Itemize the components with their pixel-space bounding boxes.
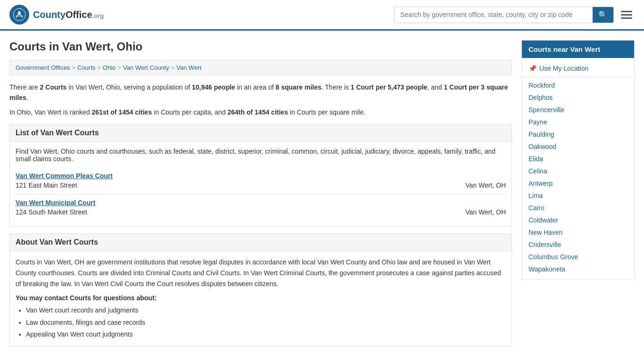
breadcrumb-sep-2: > — [97, 64, 101, 71]
contact-heading: You may contact Courts for questions abo… — [16, 294, 506, 302]
main-content: Courts in Van Wert, Ohio Government Offi… — [9, 40, 512, 353]
main-container: Courts in Van Wert, Ohio Government Offi… — [0, 31, 644, 353]
sidebar-divider — [522, 77, 634, 77]
sidebar-link-payne[interactable]: Payne — [522, 116, 634, 128]
svg-point-1 — [18, 11, 21, 14]
per-people: 1 Court per 5,473 people — [351, 83, 428, 91]
sidebar-link-antwerp[interactable]: Antwerp — [522, 177, 634, 189]
breadcrumb-ohio[interactable]: Ohio — [103, 64, 116, 71]
sidebar-link-spencerville[interactable]: Spencerville — [522, 104, 634, 116]
page-title: Courts in Van Wert, Ohio — [9, 40, 512, 53]
logo-icon — [9, 5, 29, 25]
breadcrumb-courts[interactable]: Courts — [77, 64, 95, 71]
sidebar-link-paulding[interactable]: Paulding — [522, 128, 634, 140]
sidebar-link-lima[interactable]: Lima — [522, 189, 634, 202]
court-row-2: 124 South Market Street Van Wert, OH — [16, 208, 506, 216]
about-section-content: Courts in Van Wert, OH are government in… — [9, 251, 512, 346]
breadcrumb-van-wert-county[interactable]: Van Wert County — [123, 64, 169, 71]
population: 10,946 people — [192, 83, 235, 91]
court-row-1: 121 East Main Street Van Wert, OH — [16, 181, 506, 189]
court-address-1: 121 East Main Street — [16, 181, 77, 189]
list-description: Find Van Wert, Ohio courts and courthous… — [16, 148, 506, 163]
sidebar-link-oakwood[interactable]: Oakwood — [522, 140, 634, 153]
sidebar: Courts near Van Wert 📌 Use My Location R… — [521, 40, 635, 353]
menu-button[interactable] — [619, 8, 635, 21]
header: CountyOffice.org 🔍 — [0, 0, 644, 31]
sidebar-link-cridersville[interactable]: Cridersville — [522, 239, 634, 251]
sidebar-link-rockford[interactable]: Rockford — [522, 79, 634, 91]
contact-item-2: Law documents, filings and case records — [26, 317, 506, 329]
sidebar-title: Courts near Van Wert — [522, 41, 634, 58]
header-right: 🔍 — [394, 7, 635, 23]
search-icon: 🔍 — [598, 11, 608, 19]
contact-list: Van Wert court records and judgments Law… — [16, 304, 506, 340]
breadcrumb-van-wert[interactable]: Van Wert — [176, 64, 201, 71]
rank2: 264th of 1454 cities — [228, 108, 288, 116]
logo-area: CountyOffice.org — [9, 5, 104, 25]
search-input[interactable] — [395, 8, 593, 22]
sidebar-link-cairo[interactable]: Cairo — [522, 202, 634, 214]
sidebar-link-wapakoneta[interactable]: Wapakoneta — [522, 263, 634, 275]
sidebar-link-celina[interactable]: Celina — [522, 165, 634, 177]
breadcrumb: Government Offices > Courts > Ohio > Van… — [9, 60, 512, 75]
info-sentence-2: In Ohio, Van Wert is ranked 261st of 145… — [9, 107, 512, 117]
sidebar-link-new-haven[interactable]: New Haven — [522, 226, 634, 239]
sidebar-links: 📌 Use My Location Rockford Delphos Spenc… — [522, 58, 634, 279]
court-location-2: Van Wert, OH — [465, 208, 506, 216]
per-mile: 1 Court per 3 square miles — [9, 83, 508, 101]
court-item-1: Van Wert Common Pleas Court 121 East Mai… — [16, 167, 506, 194]
about-section-header: About Van Wert Courts — [9, 233, 512, 251]
rank1: 261st of 1454 cities — [92, 108, 152, 116]
info-block: There are 2 Courts in Van Wert, Ohio, se… — [9, 82, 512, 117]
sidebar-link-coldwater[interactable]: Coldwater — [522, 214, 634, 226]
area: 8 square miles — [275, 83, 321, 91]
use-location-label: Use My Location — [539, 65, 588, 72]
sidebar-link-delphos[interactable]: Delphos — [522, 91, 634, 104]
court-count: 2 Courts — [40, 83, 67, 91]
use-location-link[interactable]: 📌 Use My Location — [522, 62, 634, 75]
list-section-header: List of Van Wert Courts — [9, 124, 512, 142]
court-location-1: Van Wert, OH — [465, 181, 506, 189]
breadcrumb-sep-4: > — [171, 64, 175, 71]
court-address-2: 124 South Market Street — [16, 208, 87, 216]
logo-text: CountyOffice.org — [33, 9, 104, 20]
search-bar: 🔍 — [394, 7, 614, 23]
breadcrumb-government-offices[interactable]: Government Offices — [16, 64, 70, 71]
search-button[interactable]: 🔍 — [593, 7, 613, 23]
court-item-2: Van Wert Municipal Court 124 South Marke… — [16, 194, 506, 221]
court-name-1[interactable]: Van Wert Common Pleas Court — [16, 172, 506, 180]
sidebar-link-columbus-grove[interactable]: Columbus Grove — [522, 251, 634, 263]
pin-icon: 📌 — [528, 65, 537, 72]
sidebar-link-elida[interactable]: Elida — [522, 153, 634, 165]
breadcrumb-sep-3: > — [117, 64, 121, 71]
court-name-2[interactable]: Van Wert Municipal Court — [16, 199, 506, 206]
info-sentence-1: There are 2 Courts in Van Wert, Ohio, se… — [9, 82, 512, 103]
breadcrumb-sep-1: > — [72, 64, 75, 71]
list-section-content: Find Van Wert, Ohio courts and courthous… — [9, 142, 512, 227]
sidebar-box: Courts near Van Wert 📌 Use My Location R… — [521, 40, 635, 280]
about-text: Courts in Van Wert, OH are government in… — [16, 257, 506, 289]
contact-item-3: Appealing Van Wert court judgments — [26, 329, 506, 340]
contact-item-1: Van Wert court records and judgments — [26, 304, 506, 316]
